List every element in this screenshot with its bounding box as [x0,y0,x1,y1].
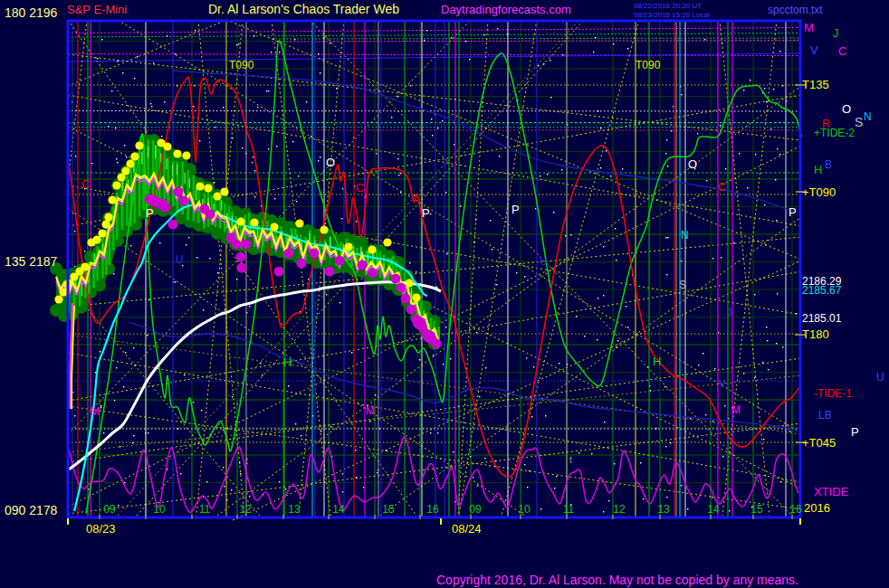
svg-text:15: 15 [382,503,395,516]
svg-text:S: S [855,115,863,129]
svg-text:M: M [366,404,375,417]
svg-text:14: 14 [332,503,345,516]
svg-text:P: P [851,425,859,439]
svg-text:J: J [833,26,839,40]
svg-text:11: 11 [199,503,211,516]
svg-text:M: M [804,21,814,34]
svg-text:+TIDE-2: +TIDE-2 [814,127,855,139]
svg-text:12: 12 [239,503,252,516]
svg-text:T180: T180 [802,327,829,341]
svg-text:H: H [814,163,822,176]
svg-text:O: O [842,102,851,116]
svg-text:C: C [81,178,90,191]
svg-text:t: t [569,454,572,465]
svg-text:C: C [718,181,726,194]
svg-text:J: J [727,307,732,318]
svg-text:13: 13 [657,503,670,516]
svg-text:180 2196: 180 2196 [5,5,58,20]
svg-text:T135: T135 [802,78,829,91]
svg-text:08/23: 08/23 [86,522,116,536]
svg-text:O: O [326,156,335,169]
svg-text:T090: T090 [229,59,254,71]
svg-text:-TIDE-1: -TIDE-1 [814,387,852,400]
svg-text:10: 10 [153,503,166,516]
svg-text:S: S [679,279,686,291]
svg-text:S&P E-Mini: S&P E-Mini [67,3,127,16]
svg-text:12: 12 [613,503,626,516]
svg-text:13: 13 [288,503,301,516]
svg-text:08/22/2016 20:20 UT: 08/22/2016 20:20 UT [634,2,702,10]
svg-text:08/24: 08/24 [452,522,482,536]
svg-text:M: M [91,405,100,418]
svg-text:P: P [511,203,520,216]
svg-text:11: 11 [563,503,575,516]
svg-text:t: t [245,455,248,466]
svg-text:16: 16 [426,503,439,516]
svg-text:08/23/2016 15:20 Local: 08/23/2016 15:20 Local [634,11,710,19]
svg-text:2185.67: 2185.67 [802,284,842,297]
svg-text:090 2178: 090 2178 [5,503,58,517]
svg-text:15: 15 [750,503,763,516]
svg-text:N: N [864,110,872,123]
svg-text:09: 09 [103,503,116,516]
svg-text:P: P [146,206,154,220]
svg-text:O: O [688,157,697,171]
svg-text:U: U [540,255,548,268]
svg-text:B: B [825,158,832,171]
svg-text:C: C [356,182,364,194]
svg-text:N: N [681,229,689,242]
svg-text:14: 14 [707,503,720,516]
svg-text:P: P [789,205,797,219]
svg-text:P: P [422,206,430,220]
svg-text:+T045: +T045 [802,436,836,450]
svg-text:U: U [176,253,184,266]
svg-text:Dr. Al Larson's Chaos Trader W: Dr. Al Larson's Chaos Trader Web [208,2,399,16]
svg-text:2016: 2016 [804,501,830,515]
svg-text:XTIDE: XTIDE [814,485,849,498]
svg-text:Copyright 2016, Dr. Al Larson.: Copyright 2016, Dr. Al Larson. May not b… [436,573,798,587]
svg-text:Daytradingforecasts.com: Daytradingforecasts.com [441,3,571,16]
svg-text:LB: LB [818,409,832,422]
svg-text:2185.01: 2185.01 [802,312,842,325]
svg-text:H: H [653,355,661,368]
svg-text:V: V [719,378,726,389]
svg-text:16: 16 [789,503,802,516]
svg-text:135 2187: 135 2187 [5,254,58,269]
svg-text:10: 10 [518,503,531,516]
svg-text:09: 09 [469,503,482,516]
svg-text:M: M [731,403,741,416]
svg-text:H: H [283,356,292,369]
svg-text:T090: T090 [636,59,661,71]
svg-text:spcctom.txt: spcctom.txt [768,4,823,16]
svg-text:+T090: +T090 [802,185,836,199]
svg-text:U: U [876,371,884,384]
svg-text:V: V [810,43,818,57]
svg-text:C: C [838,44,846,58]
